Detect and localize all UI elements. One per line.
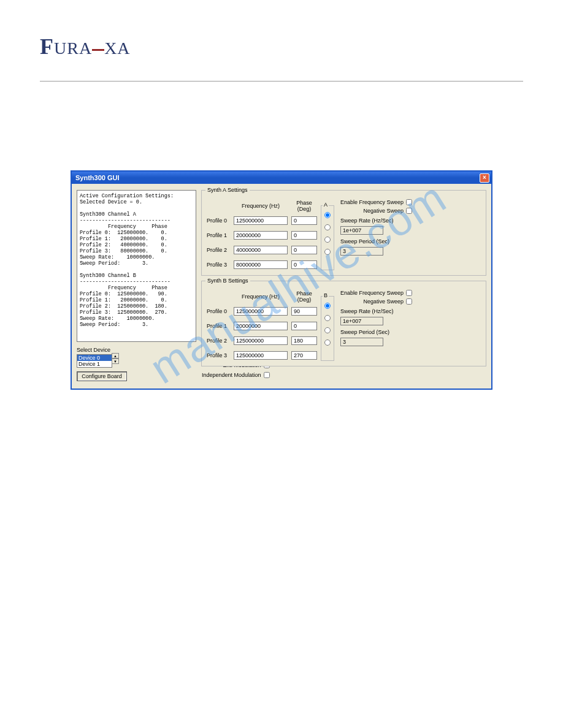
device-spin-down[interactable]: ▼ (112, 358, 119, 364)
synth-b-radio-group: B (321, 296, 334, 361)
synth-b-p0-phase[interactable] (291, 307, 317, 316)
radio-a-legend: A (323, 202, 329, 208)
synth-b-profiles: Frequency (Hz) Phase (Deg) Profile 0 Pro… (207, 291, 317, 361)
furaxa-logo: FURAXA (40, 34, 131, 59)
enable-sweep-label-b: Enable Frequency Sweep (340, 290, 404, 296)
synth-a-negative-sweep[interactable] (406, 208, 412, 214)
synth-b-sweep: Enable Frequency Sweep Negative Sweep Sw… (340, 290, 412, 361)
synth-a-p1-freq[interactable] (234, 231, 288, 240)
synth-a-sweep-period[interactable]: 3 (340, 247, 383, 256)
app-window: Synth300 GUI × Active Configuration Sett… (71, 170, 492, 390)
synth-b-p0-freq[interactable] (234, 307, 288, 316)
enable-sweep-label-a: Enable Frequency Sweep (340, 199, 404, 205)
synth-b-radio-2[interactable] (324, 327, 331, 333)
synth-a-sweep: Enable Frequency Sweep Negative Sweep Sw… (340, 199, 412, 270)
synth-b-radio-3[interactable] (324, 339, 331, 346)
synth-b-legend: Synth B Settings (205, 278, 250, 284)
synth-b-enable-sweep[interactable] (406, 290, 412, 296)
device-spin-up[interactable]: ▲ (112, 353, 119, 358)
synth-a-radio-group: A (321, 205, 334, 270)
config-textbox[interactable]: Active Configuration Settings: Selected … (77, 190, 196, 342)
synth-a-group: Synth A Settings Frequency (Hz) Phase (D… (201, 190, 486, 276)
synth-a-p3-phase[interactable] (291, 260, 317, 269)
device-listbox[interactable]: Device 0 Device 1 (77, 354, 112, 368)
synth-a-legend: Synth A Settings (205, 187, 250, 193)
phase-header-a: Phase (Deg) (291, 200, 317, 212)
neg-sweep-label-a: Negative Sweep (364, 208, 404, 214)
synth-b-radio-1[interactable] (324, 315, 331, 321)
synth-a-p2-freq[interactable] (234, 246, 288, 254)
synth-a-p0-phase[interactable] (291, 216, 317, 225)
synth-a-p0-freq[interactable] (234, 216, 288, 225)
sweep-period-label-b: Sweep Period (Sec) (340, 329, 412, 335)
close-button[interactable]: × (480, 173, 489, 183)
synth-a-enable-sweep[interactable] (406, 199, 412, 205)
synth-a-radio-1[interactable] (324, 224, 331, 230)
sweep-period-label-a: Sweep Period (Sec) (340, 238, 412, 245)
profile-label: Profile 1 (207, 232, 230, 238)
profile-label: Profile 0 (207, 308, 230, 314)
profile-label: Profile 2 (207, 247, 230, 253)
left-panel: Active Configuration Settings: Selected … (77, 190, 196, 381)
independent-modulation-label: Independent Modulation (202, 372, 261, 378)
titlebar: Synth300 GUI × (72, 172, 491, 184)
independent-modulation-checkbox[interactable] (264, 372, 270, 378)
freq-header-b: Frequency (Hz) (234, 294, 288, 300)
page-header: FURAXA (40, 34, 523, 82)
synth-a-p3-freq[interactable] (234, 260, 288, 269)
synth-a-p2-phase[interactable] (291, 246, 317, 254)
synth-b-sweep-rate[interactable]: 1e+007 (340, 317, 383, 325)
phase-header-b: Phase (Deg) (291, 290, 317, 303)
configure-board-button[interactable]: Configure Board (77, 371, 127, 381)
synth-b-sweep-period[interactable]: 3 (340, 338, 383, 346)
synth-a-radio-0[interactable] (324, 212, 331, 218)
sweep-rate-label-b: Sweep Rate (Hz/Sec) (340, 308, 412, 314)
synth-b-p2-freq[interactable] (234, 336, 288, 345)
synth-b-negative-sweep[interactable] (406, 298, 412, 305)
sweep-rate-label-a: Sweep Rate (Hz/Sec) (340, 218, 412, 224)
synth-a-radio-3[interactable] (324, 249, 331, 255)
synth-a-sweep-rate[interactable]: 1e+007 (340, 226, 383, 235)
radio-b-legend: B (323, 292, 329, 298)
select-device-label: Select Device (77, 347, 196, 353)
profile-label: Profile 0 (207, 218, 230, 224)
freq-header-a: Frequency (Hz) (234, 203, 288, 209)
neg-sweep-label-b: Negative Sweep (364, 298, 404, 305)
client-area: Active Configuration Settings: Selected … (72, 184, 491, 389)
synth-b-p3-freq[interactable] (234, 351, 288, 360)
synth-a-radio-2[interactable] (324, 237, 331, 243)
synth-b-p2-phase[interactable] (291, 336, 317, 345)
synth-b-p1-phase[interactable] (291, 322, 317, 330)
device-spinner[interactable]: ▲ ▼ (112, 353, 119, 368)
synth-b-radio-0[interactable] (324, 303, 331, 309)
synth-b-p1-freq[interactable] (234, 322, 288, 330)
device-option-1[interactable]: Device 1 (77, 361, 112, 367)
right-panel: Synth A Settings Frequency (Hz) Phase (D… (201, 190, 486, 381)
synth-a-profiles: Frequency (Hz) Phase (Deg) Profile 0 Pro… (207, 200, 317, 270)
profile-label: Profile 3 (207, 352, 230, 358)
profile-label: Profile 2 (207, 338, 230, 344)
window-title: Synth300 GUI (75, 174, 480, 181)
synth-b-p3-phase[interactable] (291, 351, 317, 360)
profile-label: Profile 1 (207, 323, 230, 329)
device-option-0[interactable]: Device 0 (77, 355, 112, 361)
profile-label: Profile 3 (207, 262, 230, 268)
synth-b-group: Synth B Settings Frequency (Hz) Phase (D… (201, 281, 486, 366)
synth-a-p1-phase[interactable] (291, 231, 317, 240)
